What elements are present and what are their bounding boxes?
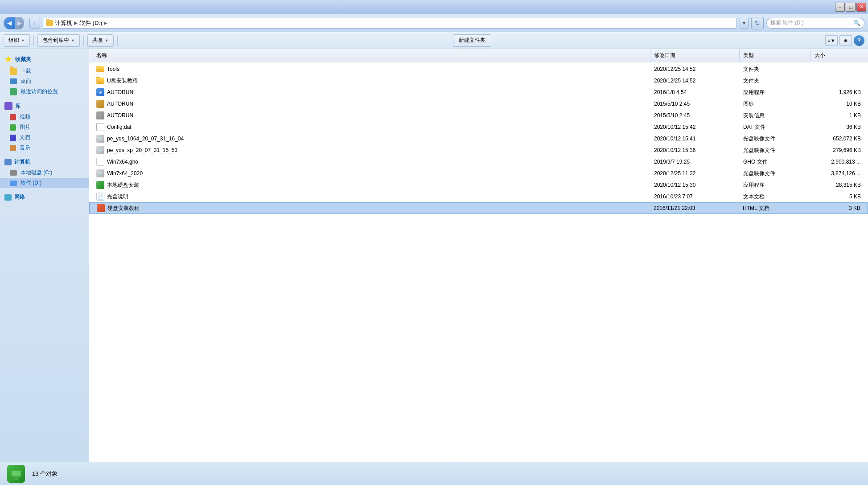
col-size[interactable]: 大小 [811, 49, 864, 62]
search-icon: 🔍 [853, 20, 860, 26]
file-size: 10 KB [846, 101, 861, 107]
include-label: 包含到库中 [42, 37, 69, 44]
file-iso-icon: 💿 [96, 146, 104, 154]
file-type: 光盘映像文件 [743, 135, 775, 143]
file-size-cell: 10 KB [811, 101, 864, 107]
file-name-cell: 💿 Win7x64_2020 [93, 169, 650, 177]
file-size-cell: 1 KB [811, 112, 864, 119]
maximize-button[interactable]: □ [846, 3, 856, 12]
sidebar-item-image[interactable]: 图片 [0, 122, 89, 132]
file-type-cell: 光盘映像文件 [740, 135, 811, 143]
file-name: Win7x64_2020 [107, 170, 143, 177]
sidebar-item-download[interactable]: 下载 [0, 66, 89, 76]
forward-button[interactable]: ▶ [15, 17, 24, 29]
sidebar-item-video[interactable]: 视频 [0, 112, 89, 122]
include-button[interactable]: 包含到库中 ▼ [37, 34, 80, 47]
organize-arrow: ▼ [21, 38, 25, 43]
table-row[interactable]: ⚙ AUTORUN 2016/1/8 4:54 应用程序 1,926 KB [89, 86, 868, 98]
file-modified-cell: 2016/10/23 7:07 [650, 193, 740, 200]
table-row[interactable]: 💿 pe_yqs_1064_20_07_31_16_04 2020/10/12 … [89, 133, 868, 144]
file-modified-cell: 2016/1/8 4:54 [650, 89, 740, 95]
file-name: AUTORUN [107, 101, 133, 107]
new-folder-button[interactable]: 新建文件夹 [453, 34, 491, 47]
refresh-button[interactable]: ↻ [751, 17, 764, 29]
star-icon: ★ [4, 54, 12, 64]
network-header[interactable]: 网络 [0, 192, 89, 203]
toolbar-separator-2 [83, 35, 84, 46]
file-gho-icon [96, 158, 104, 166]
col-name[interactable]: 名称 [93, 49, 650, 62]
address-dropdown[interactable]: ▼ [740, 18, 749, 29]
sidebar-item-doc[interactable]: 文档 [0, 132, 89, 143]
table-row[interactable]: 💿 Win7x64_2020 2020/12/25 11:32 光盘映像文件 3… [89, 168, 868, 179]
help-button[interactable]: ? [854, 35, 864, 46]
table-row[interactable]: Config.dat 2020/10/12 15:42 DAT 文件 36 KB [89, 121, 868, 133]
file-name-cell: ⚙ AUTORUN [93, 88, 650, 96]
music-label: 音乐 [20, 144, 30, 152]
table-row[interactable]: 💿 pe_yqs_xp_20_07_31_15_53 2020/10/12 15… [89, 144, 868, 156]
file-name: AUTORUN [107, 89, 133, 95]
file-txt-icon: 📄 [96, 193, 104, 201]
file-type-cell: 光盘映像文件 [740, 170, 811, 177]
file-modified-cell: 2020/10/12 15:36 [650, 147, 740, 153]
view-grid-button[interactable]: ⊞ [839, 35, 852, 46]
file-modified-cell: 2016/11/21 22:03 [650, 205, 739, 211]
file-name: AUTORUN [107, 112, 133, 119]
table-row[interactable]: i AUTORUN 2015/5/10 2:45 安装信息 1 KB [89, 110, 868, 121]
col-modified[interactable]: 修改日期 [650, 49, 740, 62]
sidebar-item-desktop[interactable]: 桌面 [0, 76, 89, 86]
view-toggle-button[interactable]: ≡ ▼ [825, 35, 838, 46]
path-current-drive: 软件 (D:) [79, 19, 102, 27]
view-grid-icon: ⊞ [843, 37, 847, 43]
sidebar-item-software-d[interactable]: 软件 (D:) [0, 178, 89, 188]
file-name: 本地硬盘安装 [107, 181, 139, 189]
table-row[interactable]: Tools 2020/12/25 14:52 文件夹 [89, 63, 868, 75]
file-name: Config.dat [107, 124, 132, 130]
back-button[interactable]: ◀ [4, 17, 15, 29]
sidebar-item-local-c[interactable]: 本地磁盘 (C:) [0, 168, 89, 178]
table-row[interactable]: 📄 光盘说明 2016/10/23 7:07 文本文档 5 KB [89, 191, 868, 202]
table-row[interactable]: 硬盘安装教程 2016/11/21 22:03 HTML 文档 3 KB [89, 202, 868, 214]
table-row[interactable]: Win7x64.gho 2019/9/7 19:25 GHO 文件 2,900,… [89, 156, 868, 168]
download-folder-icon [10, 68, 17, 75]
library-header[interactable]: 库 [0, 100, 89, 112]
minimize-button[interactable]: – [835, 3, 845, 12]
organize-button[interactable]: 组织 ▼ [4, 34, 30, 47]
file-modified-cell: 2015/5/10 2:45 [650, 101, 740, 107]
up-button[interactable]: ↑ [29, 18, 40, 29]
computer-header[interactable]: 计算机 [0, 156, 89, 168]
path-separator-1: ▶ [74, 20, 78, 26]
address-path[interactable]: 计算机 ▶ 软件 (D:) ▶ [43, 18, 737, 29]
share-label: 共享 [92, 37, 103, 44]
file-list-area: 名称 修改日期 类型 大小 Tools 2020/12/25 14:52 文件夹… [89, 49, 868, 462]
sidebar-item-music[interactable]: 音乐 [0, 143, 89, 153]
close-button[interactable]: ✕ [856, 3, 866, 12]
table-row[interactable]: 本地硬盘安装 2020/10/12 15:30 应用程序 28,315 KB [89, 179, 868, 191]
col-type[interactable]: 类型 [740, 49, 811, 62]
file-size: 28,315 KB [836, 182, 861, 188]
file-modified: 2019/9/7 19:25 [654, 159, 690, 165]
file-name: U盘安装教程 [107, 77, 138, 85]
file-name: Win7x64.gho [107, 159, 138, 165]
file-modified-cell: 2020/10/12 15:41 [650, 136, 740, 142]
status-bar: 13 个对象 [0, 462, 868, 485]
file-modified: 2015/5/10 2:45 [654, 101, 690, 107]
file-name: Tools [107, 66, 119, 72]
file-name-cell: 💿 pe_yqs_xp_20_07_31_15_53 [93, 146, 650, 154]
file-list: Tools 2020/12/25 14:52 文件夹 U盘安装教程 2020/1… [89, 62, 868, 462]
table-row[interactable]: U盘安装教程 2020/12/25 14:52 文件夹 [89, 75, 868, 86]
file-name-cell: U盘安装教程 [93, 77, 650, 85]
file-size: 1,926 KB [839, 89, 861, 95]
file-name-cell: 硬盘安装教程 [93, 204, 650, 212]
software-d-label: 软件 (D:) [21, 179, 41, 187]
file-type-cell: 应用程序 [740, 89, 811, 96]
toolbar-right: ≡ ▼ ⊞ ? [825, 35, 864, 46]
sidebar-item-recent[interactable]: 最近访问的位置 [0, 86, 89, 97]
search-box[interactable]: 搜索 软件 (D:) 🔍 [766, 18, 864, 29]
favorites-header[interactable]: ★ 收藏夹 [0, 53, 89, 66]
file-modified: 2016/10/23 7:07 [654, 193, 693, 200]
table-row[interactable]: AUTORUN 2015/5/10 2:45 图标 10 KB [89, 98, 868, 110]
file-size-cell: 2,900,813 ... [811, 159, 864, 165]
share-button[interactable]: 共享 ▼ [87, 34, 114, 47]
file-size: 5 KB [849, 193, 861, 200]
